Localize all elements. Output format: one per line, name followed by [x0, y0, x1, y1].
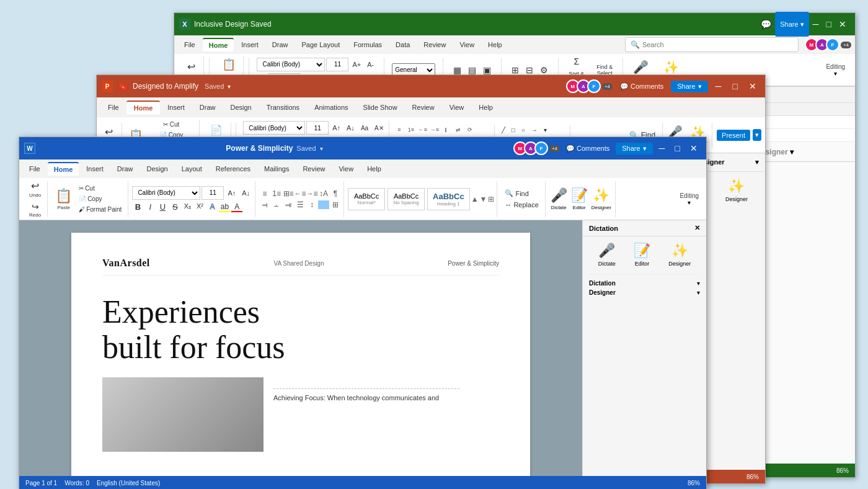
word-fontcolor-btn[interactable]: A	[231, 201, 242, 212]
word-dictate-btn[interactable]: 🎤 Dictate	[551, 187, 567, 210]
ppt-cut-btn[interactable]: ✂ Cut	[147, 120, 195, 129]
ppt-font-grow[interactable]: A↑	[330, 123, 343, 133]
word-font-shrink[interactable]: A↓	[239, 188, 252, 198]
word-replace-btn[interactable]: ↔ Replace	[502, 200, 541, 210]
excel-tab-formulas[interactable]: Formulas	[347, 38, 388, 51]
word-right-dictate[interactable]: 🎤 Dictate	[598, 243, 616, 267]
ppt-present-btn[interactable]: Present	[717, 130, 750, 141]
word-tab-design[interactable]: Design	[140, 163, 174, 175]
word-indent-dec-btn[interactable]: ←≡	[294, 189, 306, 199]
ppt-tab-design[interactable]: Design	[223, 101, 259, 114]
word-close-btn[interactable]: ✕	[686, 137, 701, 159]
ppt-columns-btn[interactable]: ⫿	[441, 125, 452, 135]
word-maximize-btn[interactable]: □	[671, 137, 684, 159]
ppt-maximize-btn[interactable]: □	[729, 75, 742, 97]
word-tab-help[interactable]: Help	[361, 163, 388, 175]
excel-tab-draw[interactable]: Draw	[266, 38, 294, 51]
word-minimize-btn[interactable]: ─	[655, 137, 669, 159]
word-undo-btn[interactable]: ↩Undo	[27, 179, 43, 199]
ppt-newslide-btn[interactable]: 📄	[208, 123, 225, 137]
ppt-numbering-btn[interactable]: 1≡	[405, 125, 417, 135]
word-saved-chevron[interactable]: ▾	[320, 145, 323, 152]
word-right-editor[interactable]: 📝 Editor	[634, 243, 650, 267]
word-align-left[interactable]: ⫤	[259, 200, 270, 210]
word-italic-btn[interactable]: I	[144, 201, 156, 212]
word-editing-mode[interactable]: Editing ▾	[676, 192, 702, 206]
ppt-comments-btn[interactable]: 💬 Comments	[616, 81, 667, 92]
word-highlight-btn[interactable]: ab	[219, 201, 230, 212]
word-tab-references[interactable]: References	[210, 163, 257, 175]
ppt-tab-help[interactable]: Help	[471, 101, 500, 114]
word-justify-btn[interactable]: ☰	[294, 200, 306, 210]
ppt-close-btn[interactable]: ✕	[745, 75, 760, 97]
word-pilcrow-btn[interactable]: ¶	[330, 189, 341, 199]
word-cut-btn[interactable]: ✂ Cut	[76, 184, 124, 193]
word-tab-review[interactable]: Review	[296, 163, 331, 175]
excel-tab-help[interactable]: Help	[482, 38, 508, 51]
excel-editing-mode[interactable]: Editing ▾	[821, 63, 850, 77]
word-comments-btn[interactable]: 💬 Comments	[562, 143, 613, 154]
ppt-tab-transitions[interactable]: Transitions	[259, 101, 307, 114]
word-border-btn[interactable]: ⊞	[330, 200, 341, 210]
excel-maximize-btn[interactable]: □	[823, 13, 835, 35]
word-numbering-btn[interactable]: 1≡	[271, 189, 282, 199]
ppt-font-selector[interactable]: Calibri (Body)	[243, 121, 305, 135]
ppt-font-size[interactable]	[306, 121, 329, 135]
word-subscript-btn[interactable]: X₂	[182, 201, 193, 212]
excel-tab-review[interactable]: Review	[417, 38, 452, 51]
word-style-heading1[interactable]: AaBbCc Heading 1	[427, 188, 470, 210]
word-shading-btn[interactable]	[318, 200, 329, 209]
word-tab-draw[interactable]: Draw	[111, 163, 140, 175]
word-paste-btn[interactable]: 📋Paste	[53, 187, 74, 212]
word-multilevel-btn[interactable]: ⊞≡	[283, 189, 294, 199]
excel-tab-pagelayout[interactable]: Page Layout	[295, 38, 346, 51]
ppt-indent-dec-btn[interactable]: ←≡	[417, 125, 428, 135]
ppt-font-shrink[interactable]: A↓	[344, 123, 357, 133]
word-style-expand[interactable]: ⊞	[488, 195, 494, 204]
ppt-bullets-btn[interactable]: ≡	[394, 125, 405, 135]
word-find-btn[interactable]: 🔍 Find	[502, 188, 541, 199]
excel-font-grow[interactable]: A+	[350, 60, 363, 70]
word-strike-btn[interactable]: S	[169, 201, 180, 212]
ppt-present-chevron[interactable]: ▾	[753, 129, 761, 141]
ppt-tab-animations[interactable]: Animations	[307, 101, 355, 114]
excel-tab-home[interactable]: Home	[203, 38, 234, 52]
word-style-nospacing[interactable]: AaBbCc No Spacing	[388, 188, 425, 210]
word-tab-view[interactable]: View	[332, 163, 360, 175]
word-align-right[interactable]: ⫥	[283, 200, 294, 210]
ppt-font-reset[interactable]: Aa	[358, 123, 371, 133]
excel-font-selector[interactable]: Calibri (Body)	[257, 58, 325, 71]
word-avatar-3[interactable]: F	[534, 141, 548, 155]
ppt-minimize-btn[interactable]: ─	[712, 75, 725, 97]
excel-close-btn[interactable]: ✕	[835, 13, 850, 35]
word-underline-btn[interactable]: U	[157, 201, 168, 212]
word-bold-btn[interactable]: B	[132, 201, 143, 212]
word-page-area[interactable]: VanArsdel VA Shared Design Power & Simpl…	[19, 220, 582, 477]
word-align-center[interactable]: ⫠	[271, 200, 282, 210]
excel-paste-btn[interactable]: 📋	[219, 56, 238, 73]
excel-font-shrink[interactable]: A-	[365, 60, 376, 70]
ppt-smartart-btn[interactable]: ⟳	[464, 125, 476, 135]
ppt-panel-designer-item[interactable]: ✨ Designer	[725, 178, 748, 202]
word-style-scroll-up[interactable]: ▲	[471, 195, 479, 204]
ppt-tab-review[interactable]: Review	[405, 101, 442, 114]
word-superscript-btn[interactable]: X²	[194, 201, 205, 212]
word-tab-file[interactable]: File	[23, 163, 46, 175]
excel-font-size[interactable]	[326, 58, 348, 71]
word-style-scroll-down[interactable]: ▼	[480, 195, 487, 204]
word-sort-btn[interactable]: ↕A	[318, 189, 329, 199]
excel-minimize-btn[interactable]: ─	[809, 13, 823, 35]
word-right-panel-close[interactable]: ✕	[694, 224, 700, 232]
word-redo-btn[interactable]: ↪Redo	[27, 200, 43, 219]
excel-share-btn[interactable]: Share ▾	[775, 12, 808, 37]
excel-tab-insert[interactable]: Insert	[235, 38, 265, 51]
ppt-shapes-more[interactable]: ▾	[541, 125, 549, 135]
excel-tab-file[interactable]: File	[178, 38, 202, 51]
ppt-tab-slideshow[interactable]: Slide Show	[356, 101, 405, 114]
word-designer-btn[interactable]: ✨ Designer	[591, 187, 611, 210]
word-font-size[interactable]	[202, 186, 224, 200]
ppt-clear-format[interactable]: A✕	[372, 123, 386, 133]
ppt-avatar-3[interactable]: F	[587, 79, 601, 93]
ppt-share-btn[interactable]: Share ▾	[671, 81, 707, 92]
word-bullets-btn[interactable]: ≡	[259, 189, 270, 199]
